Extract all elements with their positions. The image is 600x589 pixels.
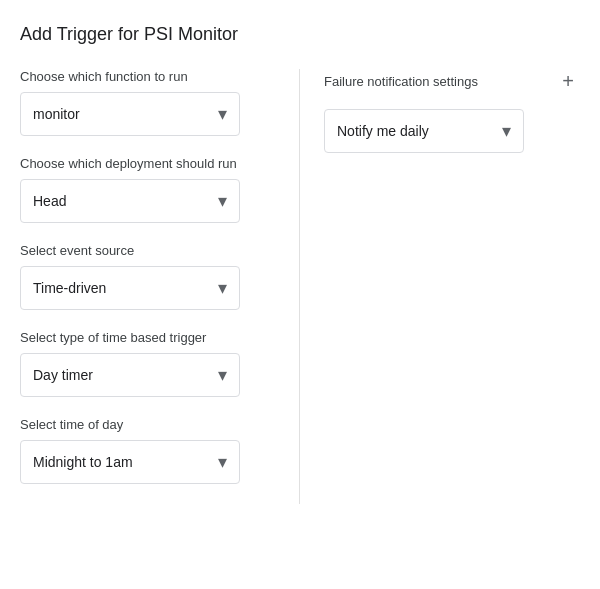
notification-field-group: Notify me daily ▾: [324, 109, 580, 153]
event-source-select[interactable]: Time-driven ▾: [20, 266, 240, 310]
right-column: Failure notification settings + Notify m…: [300, 69, 580, 504]
page-container: Add Trigger for PSI Monitor Choose which…: [0, 0, 600, 528]
event-source-select-wrapper: Time-driven ▾: [20, 266, 240, 310]
time-trigger-type-select[interactable]: Day timer ▾: [20, 353, 240, 397]
event-source-field-group: Select event source Time-driven ▾: [20, 243, 275, 310]
failure-notification-title: Failure notification settings: [324, 74, 478, 89]
time-trigger-type-select-wrapper: Day timer ▾: [20, 353, 240, 397]
time-of-day-select[interactable]: Midnight to 1am ▾: [20, 440, 240, 484]
function-label: Choose which function to run: [20, 69, 275, 84]
time-trigger-type-label: Select type of time based trigger: [20, 330, 275, 345]
notification-select[interactable]: Notify me daily ▾: [324, 109, 524, 153]
function-select-wrapper: monitor ▾: [20, 92, 240, 136]
function-field-group: Choose which function to run monitor ▾: [20, 69, 275, 136]
deployment-label: Choose which deployment should run: [20, 156, 275, 171]
add-notification-button[interactable]: +: [556, 69, 580, 93]
deployment-chevron-icon: ▾: [218, 190, 227, 212]
function-select-value: monitor: [33, 106, 80, 122]
notification-select-value: Notify me daily: [337, 123, 429, 139]
deployment-select-value: Head: [33, 193, 66, 209]
notification-select-wrapper: Notify me daily ▾: [324, 109, 524, 153]
time-of-day-select-wrapper: Midnight to 1am ▾: [20, 440, 240, 484]
time-trigger-type-field-group: Select type of time based trigger Day ti…: [20, 330, 275, 397]
main-layout: Choose which function to run monitor ▾ C…: [20, 69, 580, 504]
left-column: Choose which function to run monitor ▾ C…: [20, 69, 300, 504]
deployment-select-wrapper: Head ▾: [20, 179, 240, 223]
time-of-day-chevron-icon: ▾: [218, 451, 227, 473]
time-of-day-select-value: Midnight to 1am: [33, 454, 133, 470]
deployment-select[interactable]: Head ▾: [20, 179, 240, 223]
notification-chevron-icon: ▾: [502, 120, 511, 142]
time-trigger-type-select-value: Day timer: [33, 367, 93, 383]
time-of-day-field-group: Select time of day Midnight to 1am ▾: [20, 417, 275, 484]
page-title: Add Trigger for PSI Monitor: [20, 24, 580, 45]
function-select[interactable]: monitor ▾: [20, 92, 240, 136]
event-source-select-value: Time-driven: [33, 280, 106, 296]
event-source-chevron-icon: ▾: [218, 277, 227, 299]
function-chevron-icon: ▾: [218, 103, 227, 125]
deployment-field-group: Choose which deployment should run Head …: [20, 156, 275, 223]
time-trigger-type-chevron-icon: ▾: [218, 364, 227, 386]
time-of-day-label: Select time of day: [20, 417, 275, 432]
event-source-label: Select event source: [20, 243, 275, 258]
failure-notification-header: Failure notification settings +: [324, 69, 580, 93]
